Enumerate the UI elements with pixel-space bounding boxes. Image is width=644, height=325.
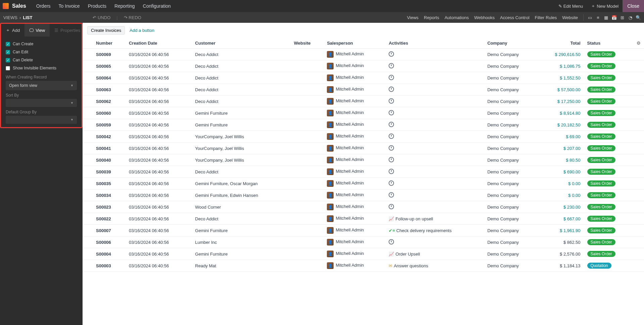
activity-text[interactable]: Answer questions	[394, 263, 428, 268]
table-row[interactable]: S0004003/16/2024 06:40:56YourCompany, Jo…	[83, 154, 644, 166]
table-row[interactable]: S0006903/16/2024 06:40:56Deco AddictMitc…	[83, 49, 644, 60]
subnav-link-views[interactable]: Views	[407, 15, 418, 20]
activity-text[interactable]: Follow-up on upsell	[395, 216, 433, 221]
subnav-link-filter-rules[interactable]: Filter Rules	[535, 15, 557, 20]
cell-website	[291, 225, 324, 236]
sidebar-tab-view[interactable]: 🖵View	[24, 24, 50, 37]
table-row[interactable]: S0003403/16/2024 06:40:56Gemini Furnitur…	[83, 189, 644, 201]
app-icon[interactable]	[3, 3, 9, 9]
can-create-checkbox[interactable]: ✓	[6, 42, 10, 46]
column-settings-icon[interactable]: ⚙	[637, 41, 641, 46]
table-row[interactable]: S0006203/16/2024 06:40:56Deco AddictMitc…	[83, 96, 644, 107]
nav-item-to-invoice[interactable]: To Invoice	[55, 3, 84, 9]
add-button-link[interactable]: Add a button	[130, 28, 154, 33]
clock-icon[interactable]	[389, 87, 394, 92]
new-model-button[interactable]: ＋New Model	[587, 0, 623, 12]
clock-icon[interactable]	[389, 145, 394, 151]
view-calendar-icon[interactable]: 📅	[611, 14, 617, 20]
clock-icon[interactable]	[389, 204, 394, 209]
table-row[interactable]: S0006403/16/2024 06:40:56Deco AddictMitc…	[83, 72, 644, 84]
table-row[interactable]: S0006503/16/2024 06:40:56Deco AddictMitc…	[83, 60, 644, 72]
clock-icon[interactable]	[389, 192, 394, 198]
col-customer[interactable]: Customer	[192, 38, 291, 49]
table-row[interactable]: S0003903/16/2024 06:40:56Deco AddictMitc…	[83, 166, 644, 178]
clock-icon[interactable]	[389, 133, 394, 139]
clock-icon[interactable]	[389, 98, 394, 104]
subnav-link-reports[interactable]: Reports	[424, 15, 439, 20]
table-row[interactable]: S0000303/16/2024 06:40:56Ready MatMitche…	[83, 260, 644, 272]
redo-button[interactable]: ↷ REDO	[124, 15, 141, 20]
table-row[interactable]: S0004203/16/2024 06:40:56YourCompany, Jo…	[83, 131, 644, 143]
col-total[interactable]: Total	[538, 38, 584, 49]
avatar	[327, 110, 334, 116]
table-row[interactable]: S0005903/16/2024 06:40:56Gemini Furnitur…	[83, 119, 644, 131]
subnav-link-access-control[interactable]: Access Control	[500, 15, 529, 20]
subnav-link-webhooks[interactable]: Webhooks	[474, 15, 495, 20]
clock-icon[interactable]	[389, 169, 394, 174]
cell-customer: Gemini Furniture	[192, 248, 291, 260]
table-row[interactable]: S0002203/16/2024 06:40:56Deco AddictMitc…	[83, 213, 644, 225]
create-invoices-button[interactable]: Create Invoices	[87, 26, 125, 35]
undo-button[interactable]: ↶ UNDO	[93, 15, 110, 20]
clock-icon[interactable]	[389, 180, 394, 186]
clock-icon[interactable]	[389, 51, 394, 57]
clock-icon[interactable]	[389, 63, 394, 68]
clock-icon[interactable]	[389, 110, 394, 115]
cell-status: Sales Order	[584, 143, 634, 154]
col-activities[interactable]: Activities	[385, 38, 484, 49]
activity-text[interactable]: Order Upsell	[395, 252, 420, 257]
when-creating-dropdown[interactable]: Open form view▼	[6, 81, 77, 90]
table-row[interactable]: S0006003/16/2024 06:40:56Gemini Furnitur…	[83, 107, 644, 119]
view-form-icon[interactable]: ▭	[587, 14, 593, 20]
group-by-dropdown[interactable]: ▼	[6, 116, 77, 124]
cell-total: $ 667.00	[538, 213, 584, 225]
clock-icon[interactable]	[389, 75, 394, 80]
app-name[interactable]: Sales	[12, 3, 26, 9]
activity-text[interactable]: Check delivery requirements	[396, 228, 452, 233]
view-kanban-icon[interactable]: ▦	[603, 14, 609, 20]
avatar	[327, 133, 334, 140]
table-row[interactable]: S0003503/16/2024 06:40:56Gemini Furnitur…	[83, 178, 644, 189]
clock-icon[interactable]	[389, 157, 394, 162]
col-creation-date[interactable]: Creation Date	[126, 38, 192, 49]
table-row[interactable]: S0000703/16/2024 06:40:56Gemini Furnitur…	[83, 225, 644, 236]
breadcrumb-list[interactable]: LIST	[23, 15, 32, 20]
table-row[interactable]: S0000403/16/2024 06:40:56Gemini Furnitur…	[83, 248, 644, 260]
col-website[interactable]: Website	[291, 38, 324, 49]
clock-icon[interactable]	[389, 122, 394, 127]
edit-menu-button[interactable]: ✎Edit Menu	[554, 0, 587, 12]
sidebar-tab-add[interactable]: ＋Add	[1, 24, 24, 37]
status-badge: Sales Order	[587, 157, 615, 163]
view-graph-icon[interactable]: ◔	[627, 14, 633, 20]
can-edit-checkbox[interactable]: ✓	[6, 50, 10, 54]
nav-item-orders[interactable]: Orders	[32, 3, 55, 9]
table-row[interactable]: S0004103/16/2024 06:40:56YourCompany, Jo…	[83, 143, 644, 154]
cell-activities	[385, 131, 484, 143]
subnav-link-automations[interactable]: Automations	[445, 15, 469, 20]
cell-number: S00041	[93, 143, 126, 154]
col-company[interactable]: Company	[484, 38, 538, 49]
sort-by-dropdown[interactable]: ▼	[6, 99, 77, 107]
show-invisible-checkbox[interactable]	[6, 66, 10, 70]
view-list-icon[interactable]: ≡	[595, 14, 601, 20]
search-icon[interactable]: 🔍	[635, 14, 641, 20]
table-row[interactable]: S0006303/16/2024 06:40:56Deco AddictMitc…	[83, 84, 644, 96]
table-row[interactable]: S0000603/16/2024 06:40:56Lumber IncMitch…	[83, 236, 644, 248]
cell-number: S00003	[93, 260, 126, 272]
col-number[interactable]: Number	[93, 38, 126, 49]
nav-item-reporting[interactable]: Reporting	[110, 3, 139, 9]
close-button[interactable]: Close	[623, 0, 644, 12]
clock-icon[interactable]	[389, 239, 394, 245]
nav-item-configuration[interactable]: Configuration	[139, 3, 175, 9]
table-row[interactable]: S0002303/16/2024 06:40:56Wood CornerMitc…	[83, 201, 644, 213]
sidebar-tab-properties[interactable]: ☰Properties	[50, 24, 85, 37]
nav-item-products[interactable]: Products	[84, 3, 110, 9]
cell-total: $ 862.50	[538, 236, 584, 248]
cell-total: $ 0.00	[538, 178, 584, 189]
can-delete-checkbox[interactable]: ✓	[6, 58, 10, 62]
breadcrumb-views[interactable]: VIEWS	[3, 15, 17, 20]
subnav-link-website[interactable]: Website	[562, 15, 578, 20]
col-salesperson[interactable]: Salesperson	[324, 38, 385, 49]
view-pivot-icon[interactable]: ⊞	[619, 14, 625, 20]
col-status[interactable]: Status	[584, 38, 634, 49]
